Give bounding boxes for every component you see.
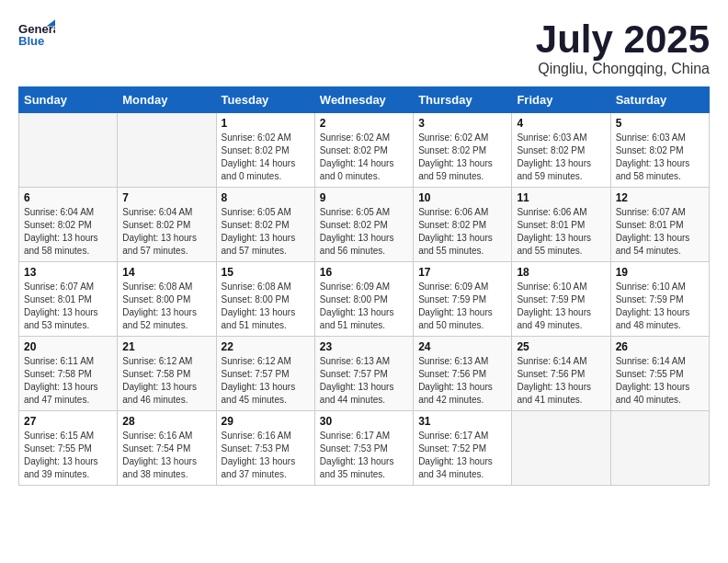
calendar-cell: 5Sunrise: 6:03 AM Sunset: 8:02 PM Daylig… (610, 113, 709, 188)
calendar-cell: 24Sunrise: 6:13 AM Sunset: 7:56 PM Dayli… (414, 337, 512, 411)
calendar-cell: 9Sunrise: 6:05 AM Sunset: 8:02 PM Daylig… (314, 188, 413, 262)
calendar-cell: 10Sunrise: 6:06 AM Sunset: 8:02 PM Dayli… (414, 188, 512, 262)
day-info: Sunrise: 6:05 AM Sunset: 8:02 PM Dayligh… (320, 206, 408, 258)
day-info: Sunrise: 6:14 AM Sunset: 7:55 PM Dayligh… (616, 355, 704, 407)
calendar-cell: 4Sunrise: 6:03 AM Sunset: 8:02 PM Daylig… (512, 113, 610, 188)
day-number: 16 (320, 266, 408, 279)
day-info: Sunrise: 6:13 AM Sunset: 7:57 PM Dayligh… (320, 355, 408, 407)
calendar-cell: 29Sunrise: 6:16 AM Sunset: 7:53 PM Dayli… (216, 411, 314, 486)
day-info: Sunrise: 6:06 AM Sunset: 8:02 PM Dayligh… (418, 206, 506, 258)
day-info: Sunrise: 6:13 AM Sunset: 7:56 PM Dayligh… (418, 355, 506, 407)
calendar-cell: 15Sunrise: 6:08 AM Sunset: 8:00 PM Dayli… (216, 262, 314, 337)
calendar-week-row: 1Sunrise: 6:02 AM Sunset: 8:02 PM Daylig… (19, 113, 710, 188)
calendar-header-tuesday: Tuesday (216, 87, 314, 113)
day-info: Sunrise: 6:04 AM Sunset: 8:02 PM Dayligh… (24, 206, 112, 258)
day-number: 27 (24, 415, 112, 428)
calendar-cell: 20Sunrise: 6:11 AM Sunset: 7:58 PM Dayli… (19, 337, 118, 411)
day-number: 9 (320, 191, 408, 204)
day-info: Sunrise: 6:07 AM Sunset: 8:01 PM Dayligh… (24, 281, 112, 332)
day-number: 20 (24, 340, 112, 353)
day-info: Sunrise: 6:04 AM Sunset: 8:02 PM Dayligh… (122, 206, 210, 258)
day-info: Sunrise: 6:17 AM Sunset: 7:53 PM Dayligh… (320, 430, 408, 481)
day-number: 28 (122, 415, 210, 428)
day-number: 8 (222, 191, 310, 204)
day-info: Sunrise: 6:02 AM Sunset: 8:02 PM Dayligh… (320, 132, 408, 183)
day-info: Sunrise: 6:16 AM Sunset: 7:53 PM Dayligh… (222, 430, 310, 481)
day-number: 15 (222, 266, 310, 279)
calendar-week-row: 6Sunrise: 6:04 AM Sunset: 8:02 PM Daylig… (19, 188, 710, 262)
calendar-header-sunday: Sunday (19, 87, 118, 113)
calendar-header-row: SundayMondayTuesdayWednesdayThursdayFrid… (19, 87, 710, 113)
calendar-cell (19, 113, 118, 188)
calendar-cell: 26Sunrise: 6:14 AM Sunset: 7:55 PM Dayli… (610, 337, 709, 411)
day-number: 26 (616, 340, 704, 353)
calendar-cell: 6Sunrise: 6:04 AM Sunset: 8:02 PM Daylig… (19, 188, 118, 262)
day-number: 31 (418, 415, 506, 428)
calendar-header-thursday: Thursday (414, 87, 512, 113)
day-info: Sunrise: 6:02 AM Sunset: 8:02 PM Dayligh… (418, 132, 506, 183)
title-block: July 2025 Qingliu, Chongqing, China (536, 18, 710, 77)
day-number: 5 (616, 117, 704, 130)
day-info: Sunrise: 6:02 AM Sunset: 8:02 PM Dayligh… (222, 132, 310, 183)
calendar-cell: 23Sunrise: 6:13 AM Sunset: 7:57 PM Dayli… (314, 337, 413, 411)
day-info: Sunrise: 6:11 AM Sunset: 7:58 PM Dayligh… (24, 355, 112, 407)
calendar-cell (512, 411, 610, 486)
calendar-cell: 31Sunrise: 6:17 AM Sunset: 7:52 PM Dayli… (414, 411, 512, 486)
day-number: 19 (616, 266, 704, 279)
day-info: Sunrise: 6:08 AM Sunset: 8:00 PM Dayligh… (222, 281, 310, 332)
day-info: Sunrise: 6:14 AM Sunset: 7:56 PM Dayligh… (517, 355, 605, 407)
day-number: 10 (418, 191, 506, 204)
calendar-cell (118, 113, 216, 188)
calendar-cell: 18Sunrise: 6:10 AM Sunset: 7:59 PM Dayli… (512, 262, 610, 337)
day-number: 12 (616, 191, 704, 204)
calendar-cell: 2Sunrise: 6:02 AM Sunset: 8:02 PM Daylig… (314, 113, 413, 188)
page-header: General Blue July 2025 Qingliu, Chongqin… (18, 18, 710, 77)
calendar-table: SundayMondayTuesdayWednesdayThursdayFrid… (18, 86, 710, 486)
day-info: Sunrise: 6:08 AM Sunset: 8:00 PM Dayligh… (122, 281, 210, 332)
calendar-header-monday: Monday (118, 87, 216, 113)
day-info: Sunrise: 6:10 AM Sunset: 7:59 PM Dayligh… (517, 281, 605, 332)
subtitle: Qingliu, Chongqing, China (536, 61, 710, 77)
day-number: 4 (517, 117, 605, 130)
calendar-cell: 14Sunrise: 6:08 AM Sunset: 8:00 PM Dayli… (118, 262, 216, 337)
logo: General Blue (18, 18, 55, 51)
day-info: Sunrise: 6:06 AM Sunset: 8:01 PM Dayligh… (517, 206, 605, 258)
day-number: 25 (517, 340, 605, 353)
day-number: 14 (122, 266, 210, 279)
calendar-cell: 11Sunrise: 6:06 AM Sunset: 8:01 PM Dayli… (512, 188, 610, 262)
calendar-cell (610, 411, 709, 486)
day-number: 24 (418, 340, 506, 353)
calendar-cell: 17Sunrise: 6:09 AM Sunset: 7:59 PM Dayli… (414, 262, 512, 337)
logo-icon: General Blue (18, 18, 55, 51)
day-number: 22 (222, 340, 310, 353)
calendar-header-saturday: Saturday (610, 87, 709, 113)
day-number: 2 (320, 117, 408, 130)
calendar-header-wednesday: Wednesday (314, 87, 413, 113)
day-number: 13 (24, 266, 112, 279)
day-info: Sunrise: 6:03 AM Sunset: 8:02 PM Dayligh… (517, 132, 605, 183)
calendar-cell: 19Sunrise: 6:10 AM Sunset: 7:59 PM Dayli… (610, 262, 709, 337)
calendar-week-row: 27Sunrise: 6:15 AM Sunset: 7:55 PM Dayli… (19, 411, 710, 486)
calendar-cell: 22Sunrise: 6:12 AM Sunset: 7:57 PM Dayli… (216, 337, 314, 411)
day-info: Sunrise: 6:12 AM Sunset: 7:58 PM Dayligh… (122, 355, 210, 407)
calendar-cell: 7Sunrise: 6:04 AM Sunset: 8:02 PM Daylig… (118, 188, 216, 262)
day-number: 18 (517, 266, 605, 279)
day-number: 7 (122, 191, 210, 204)
calendar-cell: 30Sunrise: 6:17 AM Sunset: 7:53 PM Dayli… (314, 411, 413, 486)
day-info: Sunrise: 6:07 AM Sunset: 8:01 PM Dayligh… (616, 206, 704, 258)
svg-text:Blue: Blue (18, 34, 44, 48)
day-info: Sunrise: 6:09 AM Sunset: 8:00 PM Dayligh… (320, 281, 408, 332)
main-title: July 2025 (536, 18, 710, 61)
day-number: 6 (24, 191, 112, 204)
calendar-cell: 8Sunrise: 6:05 AM Sunset: 8:02 PM Daylig… (216, 188, 314, 262)
day-info: Sunrise: 6:10 AM Sunset: 7:59 PM Dayligh… (616, 281, 704, 332)
calendar-week-row: 20Sunrise: 6:11 AM Sunset: 7:58 PM Dayli… (19, 337, 710, 411)
day-number: 17 (418, 266, 506, 279)
day-number: 3 (418, 117, 506, 130)
day-info: Sunrise: 6:17 AM Sunset: 7:52 PM Dayligh… (418, 430, 506, 481)
day-number: 29 (222, 415, 310, 428)
day-info: Sunrise: 6:15 AM Sunset: 7:55 PM Dayligh… (24, 430, 112, 481)
calendar-cell: 21Sunrise: 6:12 AM Sunset: 7:58 PM Dayli… (118, 337, 216, 411)
day-number: 30 (320, 415, 408, 428)
calendar-cell: 3Sunrise: 6:02 AM Sunset: 8:02 PM Daylig… (414, 113, 512, 188)
